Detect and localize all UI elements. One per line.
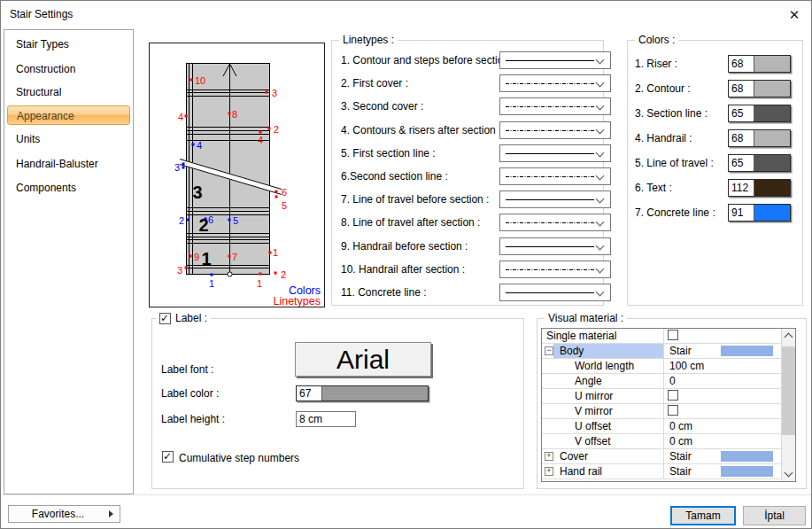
ok-button[interactable]: Tamam <box>670 506 736 525</box>
material-row-v-mirror[interactable]: V mirror <box>542 404 781 419</box>
color-button-2-contour[interactable]: 68 <box>728 80 791 97</box>
material-color-swatch[interactable] <box>721 451 773 462</box>
color-swatch <box>754 81 790 97</box>
sidebar: Stair TypesConstructionStructuralAppeara… <box>4 29 134 494</box>
line-style-sample <box>504 238 596 254</box>
material-row-label: Hand rail <box>560 464 602 478</box>
linetype-combo-11[interactable] <box>499 284 611 301</box>
color-button-3-section-line[interactable]: 65 <box>728 105 791 122</box>
colors-group: Colors : 1. Riser :682. Contour :683. Se… <box>627 40 803 306</box>
linetype-combo-9[interactable] <box>499 237 611 255</box>
material-checkbox[interactable] <box>668 330 678 340</box>
material-checkbox[interactable] <box>668 390 678 401</box>
material-row-single-material[interactable]: Single material <box>542 329 781 344</box>
material-value-cell[interactable]: 0 cm <box>663 419 781 433</box>
material-checkbox[interactable] <box>668 405 678 416</box>
cancel-button[interactable]: İptal <box>743 506 806 525</box>
expand-icon[interactable]: + <box>545 467 553 476</box>
color-button-6-text[interactable]: 112 <box>728 179 791 197</box>
color-button-4-handrail[interactable]: 68 <box>728 129 791 147</box>
sidebar-item-structural[interactable]: Structural <box>7 82 130 102</box>
scroll-up-icon[interactable] <box>785 333 793 342</box>
material-row-angle[interactable]: Angle0 <box>542 374 781 389</box>
sidebar-item-stair-types[interactable]: Stair Types <box>7 35 130 54</box>
material-value-cell[interactable]: Stair <box>663 464 781 478</box>
linetype-combo-6[interactable] <box>499 167 611 185</box>
material-row-cover[interactable]: +CoverStair <box>542 449 781 464</box>
sidebar-item-components[interactable]: Components <box>7 178 130 198</box>
chevron-down-icon <box>596 148 605 157</box>
material-value-cell[interactable]: 0 cm <box>663 434 781 448</box>
titlebar: Stair Settings ✕ <box>1 1 811 27</box>
linetype-combo-10[interactable] <box>499 261 611 278</box>
material-value-cell[interactable] <box>663 404 781 418</box>
sidebar-item-appearance[interactable]: Appearance <box>7 105 130 125</box>
annotation-text: 4 <box>258 135 263 145</box>
cumulative-step-numbers-checkbox[interactable] <box>162 451 174 463</box>
linetype-combo-3[interactable] <box>499 97 611 115</box>
annotation-dot <box>185 115 188 118</box>
linetype-combo-4[interactable] <box>499 121 611 139</box>
linetype-label-5: 5. First section line : <box>341 145 436 161</box>
annotation-dot <box>190 79 193 82</box>
linetype-combo-1[interactable] <box>499 51 611 69</box>
collapse-icon[interactable]: − <box>545 346 553 355</box>
material-value-cell[interactable] <box>663 389 781 403</box>
material-name-cell: −Body <box>542 344 663 358</box>
material-value-cell[interactable]: 0 <box>663 374 781 388</box>
linetype-combo-7[interactable] <box>499 191 611 208</box>
cumulative-step-numbers-label: Cumulative step numbers <box>179 452 299 464</box>
line-style-sample <box>504 122 596 138</box>
color-swatch <box>754 56 790 72</box>
label-color-button[interactable]: 67 <box>296 385 429 401</box>
favorites-button[interactable]: Favorites... <box>8 505 120 523</box>
linetype-label-6: 6.Second section line : <box>341 168 448 184</box>
material-value-cell[interactable]: 100 cm <box>663 359 781 373</box>
label-height-input[interactable] <box>296 411 356 427</box>
visual-material-scrollbar[interactable] <box>781 329 795 481</box>
linetype-combo-8[interactable] <box>499 214 611 231</box>
label-font-button[interactable]: Arial <box>295 342 431 377</box>
material-value-cell[interactable]: Stair <box>663 344 781 358</box>
scrollbar-thumb[interactable] <box>782 346 795 435</box>
color-button-5-line-of-travel[interactable]: 65 <box>728 154 791 172</box>
color-button-7-concrete-line[interactable]: 91 <box>728 204 791 222</box>
sidebar-item-units[interactable]: Units <box>7 129 130 149</box>
label-color-label: Label color : <box>161 387 219 400</box>
material-row-world-length[interactable]: World length100 cm <box>542 359 781 374</box>
annotation-dot <box>211 274 213 276</box>
material-row-hand-rail[interactable]: +Hand railStair <box>542 464 781 479</box>
annotation-text: 6 <box>282 187 287 198</box>
chevron-down-icon <box>596 79 605 88</box>
colors-group-title: Colors : <box>635 34 678 46</box>
annotation-text: 2 <box>198 215 208 235</box>
material-color-swatch[interactable] <box>721 346 773 356</box>
annotation-dot <box>228 219 231 222</box>
color-label-4: 4. Handrail : <box>635 130 692 146</box>
footer-separator <box>1 494 811 495</box>
material-row-u-mirror[interactable]: U mirror <box>542 389 781 404</box>
color-button-1-riser[interactable]: 68 <box>728 55 791 73</box>
material-name-cell: Angle <box>542 374 663 388</box>
linetype-label-1: 1. Contour and steps before section : <box>341 52 515 68</box>
material-value-text: 0 cm <box>669 434 692 448</box>
sidebar-item-handrail-baluster[interactable]: Handrail-Baluster <box>7 154 130 174</box>
linetypes-group-title: Linetypes : <box>339 34 398 46</box>
linetype-combo-2[interactable] <box>499 74 611 92</box>
material-value-cell[interactable]: Stair <box>663 449 781 463</box>
linetype-combo-5[interactable] <box>499 144 611 162</box>
material-value-cell[interactable] <box>663 329 781 343</box>
label-font-label: Label font : <box>161 363 213 376</box>
scroll-down-icon[interactable] <box>785 469 793 478</box>
line-style-sample <box>504 214 596 230</box>
material-row-v-offset[interactable]: V offset0 cm <box>542 434 781 449</box>
label-checkbox[interactable] <box>159 313 171 324</box>
material-row-body[interactable]: −BodyStair <box>542 344 781 359</box>
material-row-u-offset[interactable]: U offset0 cm <box>542 419 781 434</box>
sidebar-item-construction[interactable]: Construction <box>7 59 130 79</box>
material-name-cell: +Hand rail <box>542 464 663 478</box>
close-icon[interactable]: ✕ <box>785 5 804 25</box>
annotation-dot <box>275 191 278 193</box>
material-color-swatch[interactable] <box>721 466 773 477</box>
expand-icon[interactable]: + <box>545 452 553 461</box>
